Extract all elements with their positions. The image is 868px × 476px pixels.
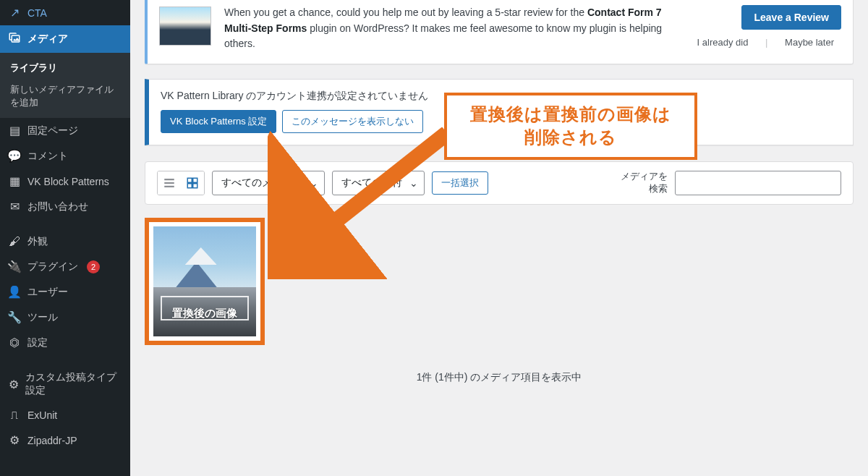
update-count-badge: 2	[87, 260, 100, 273]
media-caption: 置換後の画像	[158, 307, 252, 320]
sidebar-submenu-media: ライブラリ 新しいメディアファイルを追加	[0, 53, 130, 118]
sidebar-item-tools[interactable]: 🔧 ツール	[0, 305, 130, 330]
plug-icon: 🔌	[7, 260, 22, 273]
sidebar-item-label: ExUnit	[27, 409, 57, 421]
sidebar-item-label: ツール	[27, 311, 58, 324]
sidebar-item-label: コメント	[27, 150, 68, 163]
chevron-down-icon: ⌄	[409, 177, 418, 189]
sidebar-item-settings[interactable]: ⏣ 設定	[0, 330, 130, 355]
main-content: When you get a chance, could you help me…	[130, 0, 868, 476]
search-label: メディアを検索	[618, 171, 668, 195]
comments-icon: 💬	[7, 149, 22, 163]
sidebar-item-exunit[interactable]: ⎍ ExUnit	[0, 403, 130, 428]
sidebar-item-label: 外観	[27, 235, 48, 248]
sidebar-item-label: ユーザー	[27, 286, 68, 299]
sidebar-item-label: カスタム投稿タイプ設定	[25, 371, 123, 397]
user-icon: 👤	[7, 285, 22, 299]
review-notice-links: I already did | Maybe later	[690, 37, 841, 48]
sidebar-item-users[interactable]: 👤 ユーザー	[0, 279, 130, 305]
svg-rect-4	[193, 178, 197, 182]
media-icon	[7, 31, 22, 47]
view-switch	[157, 171, 205, 195]
sidebar-item-label: プラグイン	[27, 260, 78, 273]
envelope-icon: ✉	[7, 200, 22, 213]
sidebar-item-label: メディア	[27, 33, 68, 46]
vk-settings-button[interactable]: VK Block Patterns 設定	[161, 110, 276, 133]
sidebar-item-appearance[interactable]: 🖌 外観	[0, 229, 130, 254]
media-grid: 置換後の画像	[145, 218, 854, 345]
annotation-callout: 置換後は置換前の画像は 削除される	[444, 93, 697, 160]
brush-icon: 🖌	[7, 235, 22, 248]
sliders-icon: ⏣	[7, 336, 22, 349]
sidebar-item-label: 設定	[27, 336, 48, 349]
leave-review-button[interactable]: Leave a Review	[741, 5, 841, 30]
media-filter-bar: すべてのメディア ⌄ すべての日付 ⌄ 一括選択 メディアを検索	[145, 161, 854, 205]
maybe-later-link[interactable]: Maybe later	[778, 37, 841, 48]
sidebar-item-label: 固定ページ	[27, 124, 78, 137]
annotation-line2: 削除される	[456, 126, 686, 149]
sidebar-item-label: VK Block Patterns	[27, 176, 109, 187]
media-type-value: すべてのメディア	[221, 177, 302, 190]
sidebar-item-label: Zipaddr-JP	[27, 435, 77, 446]
media-item[interactable]: 置換後の画像	[145, 218, 265, 345]
sidebar-item-cpt-settings[interactable]: ⚙ カスタム投稿タイプ設定	[0, 365, 130, 403]
media-type-filter[interactable]: すべてのメディア ⌄	[212, 171, 325, 195]
sidebar-item-pages[interactable]: ▤ 固定ページ	[0, 118, 130, 143]
gear-icon: ⚙	[7, 433, 22, 447]
sidebar-sub-add-new[interactable]: 新しいメディアファイルを追加	[0, 79, 130, 114]
plugin-thumb	[159, 7, 211, 46]
wrench-icon: 🔧	[7, 310, 22, 324]
patterns-icon: ▦	[7, 174, 22, 188]
admin-sidebar: ↗ CTA メディア ライブラリ 新しいメディアファイルを追加 ▤ 固定ページ …	[0, 0, 130, 476]
chevron-down-icon: ⌄	[310, 177, 318, 189]
svg-rect-1	[164, 182, 174, 184]
vk-dismiss-button[interactable]: このメッセージを表示しない	[282, 110, 423, 133]
review-text-pre: When you get a chance, could you help me…	[224, 7, 587, 18]
already-did-link[interactable]: I already did	[690, 37, 756, 48]
sidebar-item-plugins[interactable]: 🔌 プラグイン 2	[0, 254, 130, 279]
sidebar-item-label: CTA	[27, 7, 47, 19]
view-list-button[interactable]	[158, 171, 181, 195]
media-thumbnail: 置換後の画像	[153, 226, 256, 336]
media-search-input[interactable]	[675, 171, 841, 195]
pages-icon: ▤	[7, 124, 22, 137]
sidebar-item-vk-patterns[interactable]: ▦ VK Block Patterns	[0, 169, 130, 194]
annotation-line1: 置換後は置換前の画像は	[456, 103, 686, 126]
sidebar-item-zipaddr[interactable]: ⚙ Zipaddr-JP	[0, 428, 130, 453]
svg-rect-5	[187, 184, 192, 188]
sidebar-sub-library[interactable]: ライブラリ	[0, 57, 130, 79]
svg-rect-2	[164, 186, 174, 187]
exunit-icon: ⎍	[7, 409, 22, 422]
svg-rect-0	[164, 179, 174, 180]
sidebar-item-media[interactable]: メディア	[0, 25, 130, 53]
sidebar-item-contact[interactable]: ✉ お問い合わせ	[0, 194, 130, 219]
review-notice-actions: Leave a Review I already did | Maybe lat…	[690, 5, 841, 48]
review-notice: When you get a chance, could you help me…	[145, 0, 854, 64]
sidebar-item-comments[interactable]: 💬 コメント	[0, 143, 130, 169]
svg-rect-3	[187, 178, 192, 182]
svg-rect-6	[193, 184, 197, 188]
media-date-value: すべての日付	[341, 177, 402, 190]
review-notice-body: When you get a chance, could you help me…	[224, 5, 677, 52]
divider: |	[758, 37, 775, 48]
gear-icon: ⚙	[7, 378, 20, 391]
cta-icon: ↗	[7, 6, 22, 20]
view-grid-button[interactable]	[181, 171, 204, 195]
bulk-select-button[interactable]: 一括選択	[432, 171, 488, 195]
sidebar-item-label: お問い合わせ	[27, 200, 88, 213]
sidebar-item-cta[interactable]: ↗ CTA	[0, 0, 130, 25]
media-status: 1件 (1件中) のメディア項目を表示中	[145, 371, 854, 384]
media-date-filter[interactable]: すべての日付 ⌄	[332, 171, 425, 195]
